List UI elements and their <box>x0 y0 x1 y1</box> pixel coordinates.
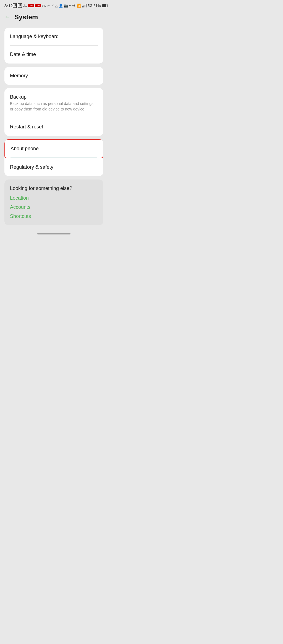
top-bar: ← System <box>0 10 108 25</box>
menu-item-datetime-title: Date & time <box>10 52 36 57</box>
menu-item-backup[interactable]: Backup Back up data such as personal dat… <box>4 88 103 118</box>
back-button[interactable]: ← <box>4 14 11 20</box>
status-bar: 3:12 U U okc CVS CVS okc ✄ ✓ △ 👤 📷 ••• ✱… <box>0 0 108 10</box>
signal-bars <box>82 4 87 7</box>
menu-item-language-title: Language & keyboard <box>10 34 59 39</box>
camera-icon: 📷 <box>64 4 68 8</box>
menu-item-aboutphone[interactable]: About phone <box>4 139 103 158</box>
content: Language & keyboard Date & time Memory B… <box>0 25 108 228</box>
battery-percent: 81% <box>94 4 101 8</box>
phone-icon: ✄ <box>47 4 50 8</box>
suggestion-link-location[interactable]: Location <box>10 195 98 201</box>
check-icon: ✓ <box>51 4 54 8</box>
menu-item-datetime[interactable]: Date & time <box>4 46 103 64</box>
battery-icon <box>102 4 108 7</box>
okc-icon-1: okc <box>23 4 27 7</box>
suggestions-title: Looking for something else? <box>10 186 98 191</box>
person-icon: 👤 <box>59 4 63 8</box>
home-bar <box>37 233 70 234</box>
menu-item-memory-title: Memory <box>10 73 28 78</box>
status-time: 3:12 <box>4 3 13 8</box>
network-type: 5G <box>88 4 92 8</box>
more-icon: ••• <box>69 4 73 8</box>
menu-item-aboutphone-title: About phone <box>11 146 39 151</box>
card-group2: Memory <box>4 67 103 85</box>
home-indicator <box>0 228 108 237</box>
menu-item-backup-subtitle: Back up data such as personal data and s… <box>10 101 98 112</box>
wifi-icon: 📶 <box>77 4 81 8</box>
menu-item-regulatory-title: Regulatory & safety <box>10 164 53 170</box>
menu-item-backup-title: Backup <box>10 94 27 100</box>
menu-item-language[interactable]: Language & keyboard <box>4 28 103 46</box>
cvs-badge-1: CVS <box>28 4 34 7</box>
menu-item-regulatory[interactable]: Regulatory & safety <box>4 158 103 176</box>
page-title: System <box>14 13 38 21</box>
card-group4: About phone Regulatory & safety <box>4 139 103 176</box>
status-right: ✱ 📶 5G 81% <box>73 4 108 8</box>
bluetooth-icon: ✱ <box>73 4 76 8</box>
suggestions-card: Looking for something else? Location Acc… <box>4 180 103 225</box>
status-icons: U U okc CVS CVS okc ✄ ✓ △ 👤 📷 ••• <box>13 3 73 8</box>
warning-icon: △ <box>55 4 58 8</box>
menu-item-memory[interactable]: Memory <box>4 67 103 85</box>
card-group1: Language & keyboard Date & time <box>4 28 103 64</box>
u-icon-1: U <box>13 3 17 8</box>
okc-icon-2: okc <box>42 4 46 7</box>
cvs-badge-2: CVS <box>35 4 41 7</box>
suggestion-link-shortcuts[interactable]: Shortcuts <box>10 213 98 219</box>
card-group3: Backup Back up data such as personal dat… <box>4 88 103 136</box>
suggestion-link-accounts[interactable]: Accounts <box>10 204 98 210</box>
menu-item-restart[interactable]: Restart & reset <box>4 118 103 136</box>
u-icon-2: U <box>18 3 22 8</box>
menu-item-restart-title: Restart & reset <box>10 124 43 130</box>
